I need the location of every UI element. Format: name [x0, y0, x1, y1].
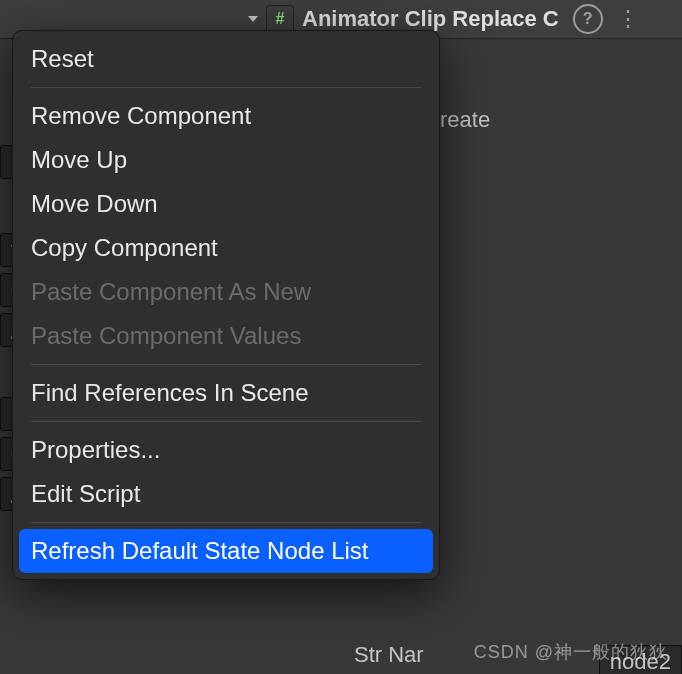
help-icon[interactable]: ?: [573, 4, 603, 34]
inspector-panel: # Animator Clip Replace C ? ⋮ # Animator…: [0, 0, 682, 674]
menu-properties[interactable]: Properties...: [13, 428, 439, 472]
separator: [31, 364, 421, 365]
menu-paste-new: Paste Component As New: [13, 270, 439, 314]
menu-paste-values: Paste Component Values: [13, 314, 439, 358]
separator: [31, 522, 421, 523]
menu-refresh-list[interactable]: Refresh Default State Node List: [19, 529, 433, 573]
separator: [31, 421, 421, 422]
menu-move-down[interactable]: Move Down: [13, 182, 439, 226]
kebab-icon[interactable]: ⋮: [617, 6, 637, 32]
menu-remove-component[interactable]: Remove Component: [13, 94, 439, 138]
foldout-icon[interactable]: [248, 16, 258, 22]
context-menu: Reset Remove Component Move Up Move Down…: [12, 30, 440, 580]
menu-reset[interactable]: Reset: [13, 37, 439, 81]
str-label: Str Nar: [354, 642, 424, 668]
component-title: Animator Clip Replace C: [302, 6, 559, 32]
create-label: reate: [440, 107, 490, 133]
menu-move-up[interactable]: Move Up: [13, 138, 439, 182]
separator: [31, 87, 421, 88]
menu-copy-component[interactable]: Copy Component: [13, 226, 439, 270]
watermark: CSDN @神一般的狄狄: [474, 640, 668, 664]
menu-edit-script[interactable]: Edit Script: [13, 472, 439, 516]
menu-find-references[interactable]: Find References In Scene: [13, 371, 439, 415]
script-icon: #: [266, 5, 294, 33]
